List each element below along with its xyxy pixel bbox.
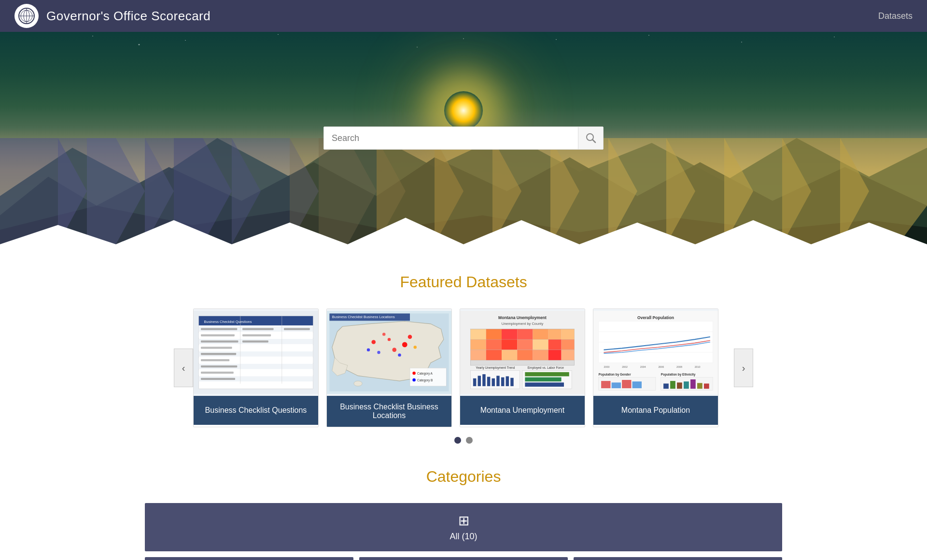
svg-rect-88	[486, 339, 502, 350]
svg-text:2010: 2010	[695, 365, 701, 368]
svg-text:Employed vs. Labor Force: Employed vs. Labor Force	[528, 366, 564, 370]
categories-title: Categories	[19, 468, 908, 486]
svg-rect-87	[471, 339, 486, 350]
svg-rect-144	[684, 381, 689, 389]
category-item[interactable]: 👥 Citizens' Advocate (0)	[359, 557, 568, 560]
svg-text:2002: 2002	[622, 365, 628, 368]
svg-rect-84	[533, 329, 548, 340]
main-content: Featured Datasets ‹ Business Checklist Q…	[0, 244, 927, 560]
svg-text:2000: 2000	[604, 365, 610, 368]
svg-rect-93	[562, 339, 575, 350]
svg-point-62	[367, 348, 370, 351]
svg-text:Overall Population: Overall Population	[637, 315, 674, 320]
svg-rect-94	[471, 350, 486, 361]
svg-rect-142	[670, 381, 675, 389]
svg-rect-50	[201, 347, 232, 349]
svg-point-68	[398, 353, 401, 356]
hero-section	[0, 32, 927, 244]
svg-rect-80	[471, 329, 486, 340]
svg-rect-139	[632, 381, 642, 388]
svg-point-66	[414, 346, 417, 349]
svg-rect-136	[601, 381, 610, 388]
svg-rect-52	[201, 359, 229, 361]
svg-rect-145	[690, 379, 696, 389]
svg-point-67	[382, 333, 385, 336]
svg-rect-147	[704, 384, 709, 389]
all-icon: ⊞	[458, 513, 469, 529]
dataset-card[interactable]: Montana Unemployment Unemployment by Cou…	[460, 308, 585, 427]
nav-datasets[interactable]: Datasets	[878, 11, 913, 21]
svg-rect-86	[562, 329, 575, 340]
svg-text:Yearly Unemployment Trend: Yearly Unemployment Trend	[476, 366, 515, 370]
svg-rect-92	[548, 339, 562, 350]
svg-rect-95	[486, 350, 502, 361]
search-container	[323, 126, 604, 150]
svg-rect-143	[677, 382, 682, 389]
carousel-dot-1[interactable]	[454, 437, 461, 444]
svg-text:Category B: Category B	[417, 378, 433, 382]
carousel-dots	[0, 437, 927, 444]
svg-rect-49	[242, 340, 268, 342]
svg-rect-47	[242, 334, 271, 336]
card-thumbnail-1: Business Checklist Questions	[194, 309, 318, 396]
category-all-label: All (10)	[449, 532, 477, 542]
svg-point-70	[412, 372, 415, 375]
card-thumbnail-3: Montana Unemployment Unemployment by Cou…	[460, 309, 585, 396]
dataset-card[interactable]: Business Checklist Questions	[193, 308, 319, 427]
svg-rect-53	[201, 365, 237, 367]
category-item[interactable]: 🤝 Community Service (0)	[574, 557, 782, 560]
svg-text:2008: 2008	[676, 365, 682, 368]
svg-rect-43	[201, 328, 237, 330]
svg-line-27	[592, 140, 595, 142]
svg-rect-85	[548, 329, 562, 340]
svg-rect-99	[548, 350, 562, 361]
svg-text:Montana Unemployment: Montana Unemployment	[498, 315, 547, 320]
svg-rect-108	[478, 376, 481, 386]
category-all[interactable]: ⊞ All (10)	[145, 503, 782, 551]
svg-rect-112	[496, 376, 499, 386]
search-box	[323, 126, 604, 150]
svg-point-61	[402, 342, 407, 348]
svg-text:Population by Gender: Population by Gender	[599, 373, 631, 377]
card-label-3: Montana Unemployment	[460, 396, 585, 425]
site-title: Governor's Office Scorecard	[46, 9, 211, 24]
svg-rect-110	[487, 377, 490, 386]
svg-point-65	[392, 348, 396, 352]
card-label-1: Business Checklist Questions	[194, 396, 318, 425]
carousel-prev[interactable]: ‹	[174, 349, 193, 387]
svg-rect-96	[502, 350, 517, 361]
svg-rect-146	[697, 383, 702, 389]
dataset-card[interactable]: Category A Category B Business Checklist…	[326, 308, 452, 427]
dataset-card[interactable]: Overall Population 2000 2002 2004 2006	[593, 308, 718, 427]
hex-overlay	[0, 138, 927, 244]
svg-rect-90	[517, 339, 533, 350]
svg-point-60	[388, 338, 391, 341]
svg-rect-69	[410, 368, 446, 386]
svg-rect-100	[562, 350, 575, 361]
svg-rect-113	[501, 378, 504, 386]
carousel-dot-2[interactable]	[466, 437, 473, 444]
svg-point-59	[371, 340, 376, 344]
svg-rect-118	[525, 372, 569, 377]
svg-rect-51	[201, 353, 236, 355]
svg-rect-109	[482, 374, 485, 386]
logo[interactable]	[14, 4, 39, 28]
carousel-items: Business Checklist Questions	[193, 308, 734, 427]
carousel-next[interactable]: ›	[734, 349, 753, 387]
svg-rect-83	[517, 329, 533, 340]
search-button[interactable]	[578, 127, 603, 149]
card-thumbnail-2: Category A Category B Business Checklist…	[327, 309, 451, 396]
search-icon	[586, 133, 596, 143]
svg-rect-120	[525, 382, 564, 387]
category-item[interactable]: 📄 Budget & Program Planning (0)	[145, 557, 353, 560]
svg-rect-48	[201, 340, 238, 342]
svg-text:Unemployment by County: Unemployment by County	[502, 322, 544, 326]
svg-rect-45	[284, 328, 310, 330]
featured-datasets-section: Featured Datasets ‹ Business Checklist Q…	[0, 273, 927, 444]
svg-rect-98	[533, 350, 548, 361]
search-input[interactable]	[324, 127, 578, 149]
categories-section: Categories ⊞ All (10) 📄 Budget & Program…	[0, 468, 927, 560]
card-label-2: Business Checklist Business Locations	[327, 396, 451, 427]
carousel: ‹ Business Checklist Questions	[0, 308, 927, 427]
svg-text:2004: 2004	[640, 365, 646, 368]
